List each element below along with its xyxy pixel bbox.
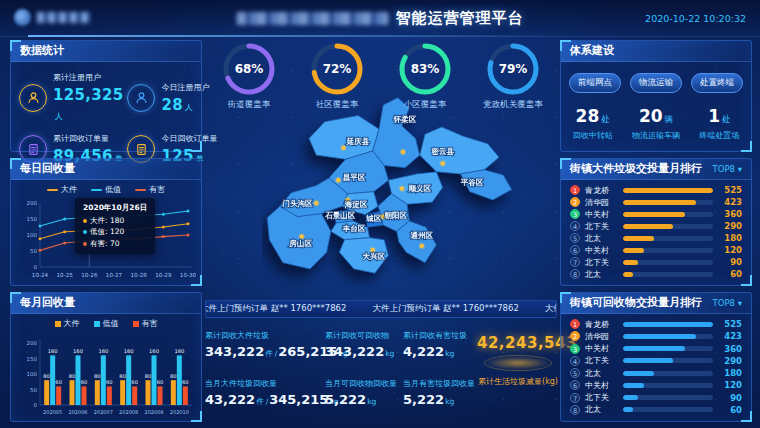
logo-icon xyxy=(14,9,31,26)
stat-text: 累计注册用户125,325人 xyxy=(53,72,123,123)
system-label: 终端处置场 xyxy=(699,130,739,141)
ranking-row: 8北太60 xyxy=(570,269,742,280)
bar-value-label: 80 xyxy=(94,373,101,379)
map-district-label: 门头沟区 xyxy=(282,199,313,208)
gauge-percent: 83% xyxy=(398,42,452,96)
stat-label: 今日注册用户 xyxy=(161,82,209,93)
x-tick-label: 10-25 xyxy=(57,272,74,278)
data-point xyxy=(162,213,165,216)
system-tab-1[interactable]: 前端网点 xyxy=(569,73,621,93)
panel-title-text: 每月回收量 xyxy=(20,293,75,313)
x-tick-label: 10-24 xyxy=(32,272,49,278)
data-point xyxy=(162,226,165,229)
x-tick-label: 10-29 xyxy=(155,272,172,278)
rank-name: 中关村 xyxy=(585,209,618,220)
summary-label: 当月可回收物回收量 xyxy=(325,378,397,389)
bar xyxy=(120,380,125,405)
top8-dropdown[interactable]: TOP8 ▾ xyxy=(713,293,742,313)
bar-value-label: 80 xyxy=(119,373,126,379)
chart-legend: 大件低值有害 xyxy=(16,184,196,195)
system-unit: 处 xyxy=(722,114,731,124)
rank-name: 青龙桥 xyxy=(585,319,618,330)
ranking-row: 3中关村360 xyxy=(570,209,742,220)
summary-label: 当月有害垃圾回收量 xyxy=(403,378,475,389)
rank-name: 北下关 xyxy=(585,221,618,232)
bar xyxy=(183,386,188,405)
rank-bar-fill xyxy=(623,346,685,351)
rank-bar xyxy=(623,358,713,363)
rank-value: 525 xyxy=(718,185,742,195)
rank-value: 525 xyxy=(718,319,742,329)
bar xyxy=(70,380,75,405)
ticker-item: 大件上门预约订单 赵** 1760***7862 xyxy=(205,303,346,315)
rank-value: 120 xyxy=(718,245,742,255)
x-tick-label: 202010 xyxy=(170,409,189,415)
x-tick-label: 202005 xyxy=(43,409,62,415)
legend-marker-icon xyxy=(47,189,58,191)
bar-value-label: 60 xyxy=(55,379,62,385)
rank-value: 360 xyxy=(718,209,742,219)
system-stat: 1处终端处置场 xyxy=(699,106,739,141)
legend-item: 大件 xyxy=(47,184,77,195)
rank-bar xyxy=(623,334,713,339)
map-district-label: 昌平区 xyxy=(343,173,366,182)
system-stat: 28处回收中转站 xyxy=(573,106,613,141)
x-tick-label: 10-30 xyxy=(180,272,196,278)
blurred-logo-text xyxy=(37,12,91,23)
y-tick-label: 0 xyxy=(34,402,38,408)
bar xyxy=(56,386,61,405)
system-stats: 28处回收中转站20辆物流运输车辆1处终端处置场 xyxy=(561,97,751,150)
summary-unit: 件 xyxy=(256,397,264,406)
ranking-row: 3中关村360 xyxy=(570,343,742,354)
rank-bar xyxy=(623,224,713,229)
rank-bar xyxy=(623,407,713,412)
panel-title: 街镇大件垃圾交投量月排行 TOP8 ▾ xyxy=(561,159,751,180)
stat-item: 今日注册用户28人 xyxy=(127,72,217,123)
top8-dropdown[interactable]: TOP8 ▾ xyxy=(713,159,742,179)
bar-value-label: 60 xyxy=(81,379,88,385)
summary-number: 4,222 xyxy=(403,344,444,359)
stat-value: 28人 xyxy=(161,95,209,114)
panel-system-construction: 体系建设 前端网点物流运输处置终端 28处回收中转站20辆物流运输车辆1处终端处… xyxy=(560,40,752,152)
map-district-label: 石景山区 xyxy=(324,211,356,220)
panel-title: 体系建设 xyxy=(561,41,751,62)
panel-title: 每月回收量 xyxy=(11,293,201,314)
map-district-label: 平谷区 xyxy=(460,178,484,187)
summary-label: 累计回收可回收物 xyxy=(325,330,395,341)
rank-bar xyxy=(623,371,713,376)
bar xyxy=(82,386,87,405)
ranking-row: 8北太60 xyxy=(570,404,742,415)
system-tab-3[interactable]: 处置终端 xyxy=(691,73,743,93)
rank-value: 120 xyxy=(718,380,742,390)
rank-bar-fill xyxy=(623,260,638,265)
ranking-row: 6中关村120 xyxy=(570,380,742,391)
stat-value: 125,325人 xyxy=(53,85,123,123)
bar xyxy=(146,380,151,405)
system-stat: 20辆物流运输车辆 xyxy=(632,106,680,141)
rank-name: 中关村 xyxy=(585,245,618,256)
panel-title: 街镇可回收物交投量月排行 TOP8 ▾ xyxy=(561,293,751,314)
coverage-gauges: 68%街道覆盖率72%社区覆盖率83%小区覆盖率79%党政机关覆盖率 xyxy=(207,42,555,111)
rank-name: 北下关 xyxy=(585,355,618,366)
bar-chart-svg: 0501001502002020058016060202006801606020… xyxy=(16,329,196,423)
map-district-label: 丰台区 xyxy=(342,224,366,233)
map-marker-dot-icon xyxy=(314,201,318,205)
stat-number: 28 xyxy=(161,96,182,114)
rank-value: 180 xyxy=(718,368,742,378)
system-tab-2[interactable]: 物流运输 xyxy=(630,73,682,93)
summary-stat: 当月可回收物回收量5,222kg xyxy=(325,378,397,407)
gold-pedestal-icon xyxy=(484,355,552,371)
bar-value-label: 160 xyxy=(174,348,184,354)
system-unit: 辆 xyxy=(665,114,674,124)
panel-title-text: 数据统计 xyxy=(20,41,64,61)
rank-name: 北下关 xyxy=(585,257,618,268)
datetime: 2020-10-22 10:20:32 xyxy=(645,13,746,24)
map-district-label: 海淀区 xyxy=(344,200,368,209)
gauge-percent: 68% xyxy=(222,42,276,96)
data-point xyxy=(187,210,190,213)
bar-value-label: 60 xyxy=(182,379,189,385)
rank-value: 423 xyxy=(718,331,742,341)
rank-name: 青龙桥 xyxy=(585,185,618,196)
rank-name: 中关村 xyxy=(585,343,618,354)
y-tick-label: 50 xyxy=(30,387,37,393)
